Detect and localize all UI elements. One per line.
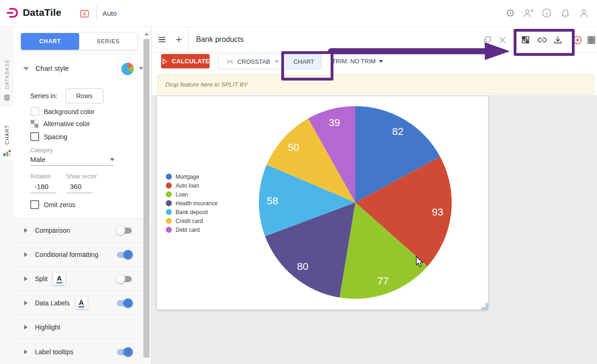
chart-widget: Mortgage Auto loan Loan Health insurance… [157,96,488,310]
section-label: Split [35,275,47,283]
section-label: Label tooltips [35,348,74,356]
panel-tab-group: CHART SERIES [20,33,138,50]
series-in-rows-button[interactable]: Rows [65,88,103,103]
legend-label: Loan [176,191,188,198]
legend-swatch [166,174,172,180]
close-icon[interactable] [497,35,508,45]
resize-handle[interactable] [482,303,488,310]
chart-type-selector[interactable] [117,59,138,79]
legend-label: Bank deposit [176,209,208,216]
legend-item[interactable]: Bank deposit [166,208,217,216]
trim-dropdown[interactable]: TRIM: NO TRIM [332,58,383,65]
legend-swatch [166,182,172,189]
section-comparison[interactable]: Comparison [14,218,151,243]
info-icon[interactable] [541,7,552,19]
app-screen: DataTile Auto ⚙ [0,0,597,364]
legend-item[interactable]: Debt card [166,225,217,234]
tab-series[interactable]: SERIES [79,33,137,50]
download-icon[interactable] [553,35,563,45]
expand-caret-icon[interactable] [24,252,27,257]
scrollbar-thumb[interactable] [143,39,149,357]
show-sector-label: Show sector [66,173,97,180]
legend-item[interactable]: Credit card [166,216,217,225]
scroll-up-caret-icon[interactable] [144,33,149,35]
split-by-dropzone[interactable]: Drop feature here to SPLIT BY [157,74,594,94]
logo[interactable]: DataTile [7,7,61,19]
expand-caret-icon[interactable] [24,276,27,281]
section-data-labels[interactable]: Data Labels A [14,290,151,315]
alternative-color-checkbox[interactable] [30,120,39,128]
chart-style-label: Chart style [35,64,69,72]
category-select[interactable]: Male [30,155,46,163]
legend-item[interactable]: Loan [166,190,217,199]
split-text-style-icon[interactable]: A [53,273,65,285]
expand-caret-icon[interactable] [24,301,27,305]
chart-legend: Mortgage Auto loan Loan Health insurance… [166,172,217,234]
expand-caret-icon[interactable] [24,350,27,354]
chart-settings-panel: CHART SERIES Chart style Series in: Rows… [14,27,152,364]
section-split[interactable]: Split A [14,266,151,291]
rows-layout-icon[interactable] [586,35,597,45]
omit-zeros-checkbox[interactable] [30,200,39,209]
user-profile-icon[interactable] [578,7,590,19]
legend-label: Debt card [176,227,200,233]
pie-style-icon [120,61,135,76]
category-caret-icon[interactable] [110,158,115,161]
background-color-checkbox[interactable] [30,107,39,116]
section-highlight[interactable]: Highlight [14,315,151,339]
legend-item[interactable]: Mortgage [166,172,217,181]
workspace-tab-icon[interactable] [79,8,90,19]
database-icon [2,93,12,102]
chart-view-button[interactable]: CHART [286,54,321,69]
pie-data-label: 58 [267,195,278,207]
add-user-icon[interactable] [522,7,534,19]
expand-caret-icon[interactable] [24,325,27,330]
rotation-input[interactable]: -180 [34,182,48,190]
expand-caret-icon[interactable] [24,228,27,233]
comparison-toggle[interactable] [116,226,133,235]
crosstab-button[interactable]: CROSSTAB [218,54,286,69]
legend-item[interactable]: Auto loan [166,181,217,190]
spacing-checkbox[interactable] [30,132,39,141]
data-labels-text-style-icon[interactable]: A [75,297,88,309]
dashboard-icon[interactable] [521,35,530,45]
category-label: Category [30,147,53,154]
legend-label: Health insurance [176,200,217,207]
data-labels-toggle[interactable] [116,298,133,308]
rail-tab-chart[interactable]: CHART [0,105,14,161]
chart-style-collapse-caret[interactable] [23,67,29,70]
section-label: Conditional formatting [35,251,98,258]
panel-scrollbar[interactable] [143,31,150,362]
trim-caret-icon [379,60,383,63]
spacing-row[interactable]: Spacing [30,132,68,141]
label-tooltips-toggle[interactable] [116,347,133,357]
split-toggle[interactable] [116,274,133,283]
rail-tab-database[interactable]: DATABASE [0,27,14,105]
conditional-formatting-toggle[interactable] [116,250,133,259]
show-sector-input[interactable]: 360 [70,182,81,190]
legend-item[interactable]: Health insurance [166,199,217,208]
tab-chart[interactable]: CHART [21,33,79,50]
background-color-row[interactable]: Background color [30,107,95,116]
add-tab-icon[interactable] [174,35,183,44]
link-icon[interactable] [537,35,547,45]
play-icon [161,58,169,65]
page-title: Bank products [196,35,244,44]
workspace-name[interactable]: Auto [102,9,117,17]
add-circle-icon[interactable] [572,35,583,45]
notifications-bell-icon[interactable] [560,7,571,19]
menu-hamburger-icon[interactable] [157,34,167,45]
top-bar: DataTile Auto ⚙ [0,0,597,27]
settings-gear-icon[interactable]: ⚙ [505,7,515,19]
section-label-tooltips[interactable]: Label tooltips [14,339,151,364]
series-in-label: Series in: [30,92,57,100]
alternative-color-row[interactable]: Alternative color [30,120,90,128]
rotation-label: Rotation [30,173,51,180]
section-conditional-formatting[interactable]: Conditional formatting [14,242,151,267]
omit-zeros-row[interactable]: Omit zeros [30,200,75,209]
calculate-button[interactable]: CALCULATE [161,54,210,68]
duplicate-icon[interactable] [482,35,493,45]
crosstab-caret-icon[interactable] [275,61,278,63]
brand-name: DataTile [23,7,61,18]
spacing-label: Spacing [44,133,68,141]
